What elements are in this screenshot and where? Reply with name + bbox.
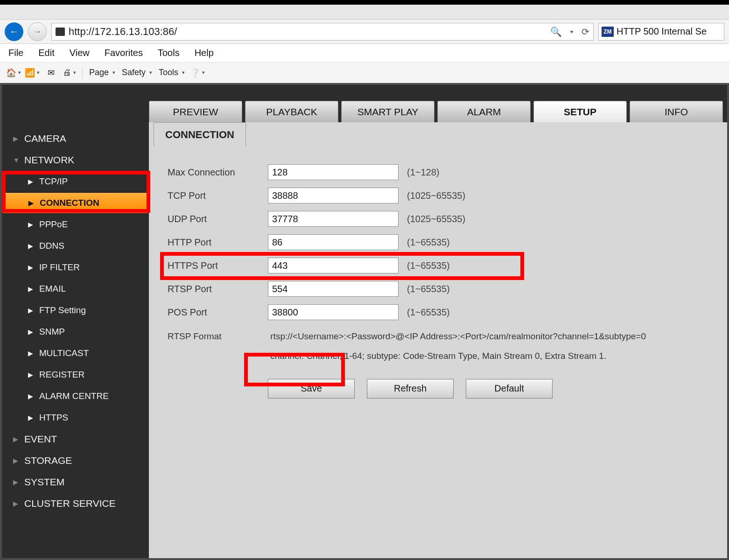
sidebar-item-alarmcentre[interactable]: ALARM CENTRE (2, 385, 149, 407)
back-button[interactable]: ← (5, 22, 23, 41)
sidebar-item-ftp[interactable]: FTP Setting (2, 300, 149, 321)
default-button[interactable]: Default (466, 379, 553, 399)
help-icon[interactable]: ❔ (191, 67, 203, 79)
toolbar-separator (82, 67, 83, 78)
toolbar-tools[interactable]: Tools (159, 68, 185, 77)
tab-preview[interactable]: PREVIEW (149, 101, 242, 122)
sidebar-item-system[interactable]: SYSTEM (2, 471, 149, 493)
sidebar-item-connection[interactable]: CONNECTION (2, 192, 149, 214)
print-icon[interactable]: 🖨 (63, 67, 76, 79)
label-max-connection: Max Connection (168, 167, 268, 178)
sidebar-item-storage[interactable]: STORAGE (2, 450, 149, 471)
menu-file[interactable]: File (8, 48, 23, 58)
label-pos-port: POS Port (168, 307, 268, 318)
row-max-connection: Max Connection (1~128) (168, 161, 708, 184)
window-title-strip (0, 0, 729, 5)
arrow-right-icon: → (33, 26, 42, 37)
tab-info[interactable]: INFO (630, 101, 723, 122)
rtsp-format-block: RTSP Format rtsp://<Username>:<Password>… (168, 327, 708, 366)
arrow-left-icon: ← (9, 26, 19, 37)
browser-nav-bar: ← → http://172.16.13.103:86/ 🔍 ▾ ⟳ ZM HT… (0, 20, 729, 44)
rtsp-format-line1: rtsp://<Username>:<Password>@<IP Address… (270, 331, 646, 341)
rtsp-format-line2: channel: Channel, 1-64; subtype: Code-St… (270, 351, 606, 361)
site-favicon-icon (56, 28, 65, 36)
hint-https-port: (1~65535) (407, 260, 450, 271)
sidebar-item-pppoe[interactable]: PPPoE (2, 214, 149, 235)
hint-tcp-port: (1025~65535) (407, 190, 465, 201)
address-url: http://172.16.13.103:86/ (69, 26, 547, 38)
sidebar-item-camera[interactable]: CAMERA (2, 128, 149, 149)
menu-view[interactable]: View (70, 48, 90, 58)
input-rtsp-port[interactable] (268, 281, 399, 297)
content-panel: CONNECTION Max Connection (1~128) TCP Po… (149, 122, 727, 558)
sidebar-item-tcpip[interactable]: TCP/IP (2, 171, 149, 192)
label-http-port: HTTP Port (168, 237, 268, 248)
search-icon[interactable]: 🔍 (550, 26, 562, 37)
dropdown-icon[interactable]: ▾ (570, 28, 573, 35)
sidebar-item-register[interactable]: REGISTER (2, 364, 149, 385)
input-max-connection[interactable] (268, 164, 399, 180)
label-udp-port: UDP Port (168, 214, 268, 224)
browser-menu-bar: File Edit View Favorites Tools Help (0, 44, 729, 63)
toolbar-safety[interactable]: Safety (122, 68, 152, 77)
input-pos-port[interactable] (268, 304, 399, 320)
label-https-port: HTTPS Port (168, 260, 268, 271)
sidebar-item-network[interactable]: NETWORK (2, 149, 149, 171)
mail-icon[interactable]: ✉ (45, 67, 57, 79)
refresh-icon[interactable]: ⟳ (582, 26, 589, 37)
button-row: Save Refresh Default (268, 379, 708, 399)
label-tcp-port: TCP Port (168, 190, 268, 201)
secondary-tab[interactable]: ZM HTTP 500 Internal Se (598, 23, 724, 41)
input-http-port[interactable] (268, 234, 399, 250)
tab-alarm[interactable]: ALARM (437, 101, 531, 122)
menu-tools[interactable]: Tools (158, 48, 180, 58)
hint-pos-port: (1~65535) (407, 307, 450, 318)
tab-smartplay[interactable]: SMART PLAY (341, 101, 435, 122)
app-tabbar: PREVIEW PLAYBACK SMART PLAY ALARM SETUP … (2, 85, 727, 122)
refresh-button[interactable]: Refresh (367, 379, 454, 399)
sidebar-item-ddns[interactable]: DDNS (2, 235, 149, 257)
home-icon[interactable]: 🏠 (7, 67, 20, 79)
browser-toolbar: 🏠 📶 ✉ 🖨 Page Safety Tools ❔ (0, 63, 729, 83)
sidebar-item-https[interactable]: HTTPS (2, 407, 149, 428)
hint-rtsp-port: (1~65535) (407, 284, 450, 294)
tab-setup[interactable]: SETUP (533, 101, 627, 122)
hint-http-port: (1~65535) (407, 237, 450, 248)
row-tcp-port: TCP Port (1025~65535) (168, 184, 708, 207)
menu-help[interactable]: Help (195, 48, 214, 58)
input-tcp-port[interactable] (268, 188, 399, 203)
input-udp-port[interactable] (268, 211, 399, 227)
tab-playback[interactable]: PLAYBACK (245, 101, 338, 122)
sidebar-item-snmp[interactable]: SNMP (2, 321, 149, 343)
sidebar-item-multicast[interactable]: MULTICAST (2, 343, 149, 364)
app-frame: PREVIEW PLAYBACK SMART PLAY ALARM SETUP … (0, 83, 729, 560)
sidebar: CAMERA NETWORK TCP/IP CONNECTION PPPoE D… (2, 122, 149, 558)
sidebar-item-cluster[interactable]: CLUSTER SERVICE (2, 493, 149, 514)
address-bar[interactable]: http://172.16.13.103:86/ 🔍 ▾ ⟳ (51, 23, 594, 41)
forward-button[interactable]: → (28, 22, 47, 41)
sidebar-item-event[interactable]: EVENT (2, 428, 149, 450)
hint-max-connection: (1~128) (407, 167, 440, 178)
label-rtsp-port: RTSP Port (168, 284, 268, 294)
hint-udp-port: (1025~65535) (407, 214, 465, 224)
sidebar-item-email[interactable]: EMAIL (2, 278, 149, 300)
menu-favorites[interactable]: Favorites (105, 48, 143, 58)
input-https-port[interactable] (268, 258, 399, 273)
toolbar-page[interactable]: Page (89, 68, 115, 77)
row-rtsp-port: RTSP Port (1~65535) (168, 277, 708, 301)
secondary-tab-title: HTTP 500 Internal Se (617, 26, 707, 37)
row-udp-port: UDP Port (1025~65535) (168, 207, 708, 231)
zm-favicon-icon: ZM (602, 27, 614, 37)
menu-edit[interactable]: Edit (38, 48, 54, 58)
panel-tab-connection[interactable]: CONNECTION (154, 122, 246, 147)
row-pos-port: POS Port (1~65535) (168, 301, 708, 324)
browser-tab-strip (0, 5, 729, 20)
row-http-port: HTTP Port (1~65535) (168, 231, 708, 254)
sidebar-item-ipfilter[interactable]: IP FILTER (2, 257, 149, 278)
save-button[interactable]: Save (268, 379, 355, 399)
row-https-port: HTTPS Port (1~65535) (168, 254, 708, 277)
label-rtsp-format: RTSP Format (168, 327, 268, 346)
feeds-icon[interactable]: 📶 (26, 67, 38, 79)
